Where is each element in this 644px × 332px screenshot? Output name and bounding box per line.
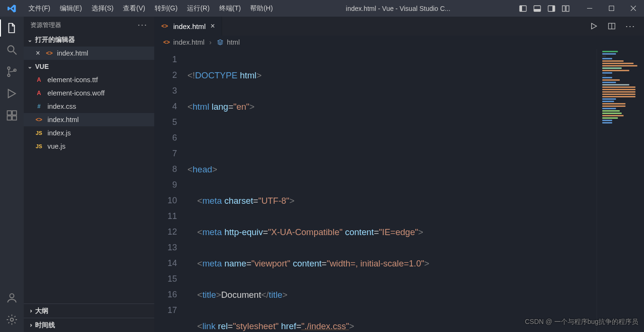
file-name: index.js	[47, 129, 71, 137]
chevron-right-icon: ⌄	[27, 309, 33, 313]
layout-grid-icon[interactable]	[561, 4, 570, 13]
menu-goto[interactable]: 转到(G)	[150, 0, 182, 17]
breadcrumb[interactable]: <> index.html › html	[154, 36, 644, 49]
menu-help[interactable]: 帮助(H)	[245, 0, 277, 17]
panel-bottom-icon[interactable]	[533, 4, 541, 13]
css-file-icon: #	[35, 103, 43, 110]
chevron-right-icon: ⌄	[27, 323, 33, 328]
open-editor-item[interactable]: × <> index.html	[24, 47, 154, 60]
symbol-icon	[216, 38, 224, 46]
editor-tab[interactable]: <> index.html ×	[154, 17, 222, 36]
run-icon[interactable]	[589, 22, 598, 30]
title-bar: 文件(F) 编辑(E) 选择(S) 查看(V) 转到(G) 运行(R) 终端(T…	[0, 0, 644, 17]
svg-point-11	[8, 67, 10, 69]
svg-point-19	[10, 318, 14, 322]
code-content[interactable]: <!DOCTYPE html> <html lang="en"> <head> …	[187, 49, 644, 332]
activity-bar	[0, 17, 24, 332]
chevron-down-icon: ⌄	[28, 37, 32, 43]
file-row[interactable]: A element-icons.woff	[24, 86, 154, 100]
timeline-label: 时间线	[35, 321, 55, 330]
minimap[interactable]	[597, 49, 644, 332]
vscode-logo	[0, 4, 24, 13]
open-editor-filename: index.html	[57, 49, 88, 57]
breadcrumb-file[interactable]: <> index.html	[163, 38, 205, 46]
file-name: vue.js	[47, 142, 65, 150]
html-file-icon: <>	[46, 49, 53, 57]
breadcrumb-symbol[interactable]: html	[216, 38, 240, 46]
window-controls	[579, 0, 644, 17]
maximize-button[interactable]	[600, 0, 622, 17]
outline-section[interactable]: ⌄ 大纲	[24, 304, 154, 318]
menu-file[interactable]: 文件(F)	[24, 0, 55, 17]
svg-rect-16	[12, 116, 17, 120]
outline-label: 大纲	[35, 307, 48, 315]
js-file-icon: JS	[35, 142, 43, 150]
menu-view[interactable]: 查看(V)	[118, 0, 150, 17]
menu-bar: 文件(F) 编辑(E) 选择(S) 查看(V) 转到(G) 运行(R) 终端(T…	[24, 0, 278, 17]
svg-rect-6	[562, 6, 565, 11]
close-button[interactable]	[622, 0, 644, 17]
search-icon[interactable]	[5, 43, 19, 57]
svg-rect-1	[520, 6, 522, 11]
minimize-button[interactable]	[579, 0, 600, 17]
menu-terminal[interactable]: 终端(T)	[215, 0, 246, 17]
sidebar-header: 资源管理器 ···	[24, 17, 154, 33]
open-editors-label: 打开的编辑器	[35, 36, 75, 44]
panel-right-icon[interactable]	[547, 4, 556, 13]
explorer-icon[interactable]	[5, 21, 19, 35]
tabs-row: <> index.html × ···	[154, 17, 644, 36]
settings-gear-icon[interactable]	[5, 313, 19, 326]
font-file-icon: A	[35, 89, 43, 97]
font-file-icon: A	[35, 76, 43, 84]
window-title: index.html - Vue - Visual Studio C...	[278, 5, 519, 12]
js-file-icon: JS	[35, 129, 43, 137]
code-area[interactable]: 1234567891011121314151617 <!DOCTYPE html…	[154, 49, 644, 332]
html-file-icon: <>	[163, 38, 170, 46]
close-tab-icon[interactable]: ×	[210, 22, 215, 30]
split-editor-icon[interactable]	[607, 22, 616, 30]
svg-rect-7	[566, 6, 569, 11]
file-name: element-icons.ttf	[47, 76, 98, 84]
menu-edit[interactable]: 编辑(E)	[55, 0, 87, 17]
line-gutter: 1234567891011121314151617	[154, 49, 187, 332]
tab-filename: index.html	[173, 22, 205, 30]
svg-point-12	[8, 74, 10, 76]
watermark: CSDN @ 一个与程序bug抗争的程序员	[525, 318, 638, 326]
html-file-icon: <>	[35, 116, 43, 123]
open-editors-section[interactable]: ⌄ 打开的编辑器	[24, 33, 154, 47]
menu-run[interactable]: 运行(R)	[182, 0, 214, 17]
menu-selection[interactable]: 选择(S)	[87, 0, 119, 17]
source-control-icon[interactable]	[5, 65, 19, 78]
timeline-section[interactable]: ⌄ 时间线	[24, 318, 154, 332]
file-name: index.css	[47, 103, 76, 110]
vscode-icon	[7, 4, 17, 13]
svg-rect-15	[7, 116, 11, 120]
breadcrumb-separator-icon: ›	[209, 38, 212, 46]
extensions-icon[interactable]	[5, 109, 19, 122]
svg-rect-17	[12, 111, 17, 115]
svg-rect-9	[609, 6, 614, 11]
breadcrumb-symbol-label: html	[227, 38, 240, 46]
chevron-down-icon: ⌄	[28, 63, 32, 70]
explorer-sidebar: 资源管理器 ··· ⌄ 打开的编辑器 × <> index.html ⌄ VUE…	[24, 17, 154, 332]
html-file-icon: <>	[161, 22, 168, 30]
svg-rect-3	[534, 9, 541, 11]
svg-rect-14	[7, 111, 11, 115]
file-row[interactable]: JS vue.js	[24, 140, 154, 153]
file-row[interactable]: <> index.html	[24, 113, 154, 126]
project-section[interactable]: ⌄ VUE	[24, 60, 154, 73]
file-row[interactable]: A element-icons.ttf	[24, 73, 154, 86]
project-label: VUE	[35, 63, 49, 70]
file-row[interactable]: JS index.js	[24, 126, 154, 140]
run-debug-icon[interactable]	[5, 87, 19, 100]
svg-rect-8	[587, 8, 592, 9]
editor-actions: ···	[589, 17, 644, 36]
panel-left-icon[interactable]	[519, 4, 527, 13]
svg-point-18	[10, 294, 14, 298]
sidebar-title: 资源管理器	[30, 21, 61, 29]
sidebar-more-icon[interactable]: ···	[138, 20, 148, 30]
more-actions-icon[interactable]: ···	[625, 21, 635, 31]
close-editor-icon[interactable]: ×	[34, 49, 42, 57]
account-icon[interactable]	[5, 291, 19, 304]
file-row[interactable]: # index.css	[24, 100, 154, 113]
